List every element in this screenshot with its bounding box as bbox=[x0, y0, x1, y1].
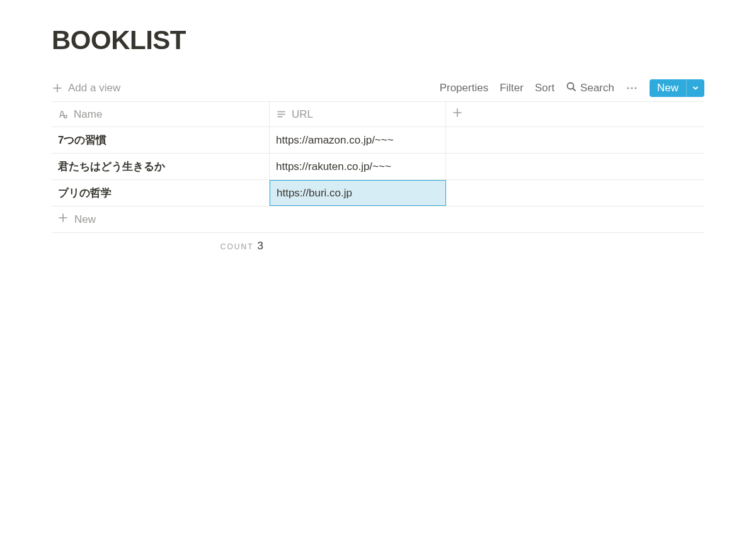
add-column-button[interactable] bbox=[446, 102, 704, 127]
count-value: 3 bbox=[258, 240, 263, 252]
properties-button[interactable]: Properties bbox=[440, 82, 488, 94]
database-table: Name URL 7つの習慣https://amazon.co.jp/~~~君た… bbox=[52, 102, 704, 259]
table-header: Name URL bbox=[52, 102, 704, 127]
table-row: 君たちはどう生きるかhttps://rakuten.co.jp/~~~ bbox=[52, 154, 704, 180]
search-label: Search bbox=[580, 82, 614, 94]
plus-icon bbox=[452, 108, 462, 121]
cell-empty[interactable] bbox=[446, 154, 704, 179]
search-icon bbox=[566, 81, 576, 95]
cell-name[interactable]: 君たちはどう生きるか bbox=[52, 154, 270, 179]
count-row: COUNT 3 bbox=[52, 233, 704, 259]
database-toolbar: Add a view Properties Filter Sort Search… bbox=[52, 74, 704, 102]
svg-point-3 bbox=[634, 87, 636, 89]
cell-name[interactable]: 7つの習慣 bbox=[52, 127, 270, 153]
dots-icon bbox=[626, 82, 638, 94]
text-prop-icon bbox=[276, 109, 287, 120]
new-dropdown-button[interactable] bbox=[686, 79, 704, 97]
add-view-label: Add a view bbox=[68, 82, 120, 94]
column-header-url[interactable]: URL bbox=[270, 102, 446, 127]
sort-button[interactable]: Sort bbox=[535, 82, 554, 94]
plus-icon bbox=[58, 213, 68, 226]
cell-empty[interactable] bbox=[446, 180, 704, 206]
svg-point-1 bbox=[627, 87, 629, 89]
add-view-button[interactable]: Add a view bbox=[52, 82, 120, 94]
new-row-button[interactable]: New bbox=[52, 206, 704, 233]
cell-url[interactable]: https://rakuten.co.jp/~~~ bbox=[270, 154, 446, 179]
cell-empty[interactable] bbox=[446, 127, 704, 153]
table-row: ブリの哲学https://buri.co.jp bbox=[52, 180, 704, 206]
table-row: 7つの習慣https://amazon.co.jp/~~~ bbox=[52, 127, 704, 154]
plus-icon bbox=[52, 82, 63, 94]
chevron-down-icon bbox=[692, 84, 699, 92]
column-header-url-label: URL bbox=[292, 108, 313, 121]
title-prop-icon bbox=[58, 109, 69, 120]
more-button[interactable] bbox=[626, 82, 638, 94]
cell-url[interactable]: https://amazon.co.jp/~~~ bbox=[270, 127, 446, 153]
filter-button[interactable]: Filter bbox=[500, 82, 524, 94]
count-label[interactable]: COUNT bbox=[220, 242, 254, 251]
svg-point-2 bbox=[631, 87, 633, 89]
search-button[interactable]: Search bbox=[566, 81, 614, 95]
column-header-name-label: Name bbox=[74, 108, 102, 121]
new-button[interactable]: New bbox=[650, 79, 686, 97]
cell-name[interactable]: ブリの哲学 bbox=[52, 180, 270, 206]
new-row-label: New bbox=[74, 213, 96, 226]
page-title[interactable]: BOOKLIST bbox=[52, 25, 704, 55]
cell-url-editing[interactable]: https://buri.co.jp bbox=[270, 180, 446, 206]
column-header-name[interactable]: Name bbox=[52, 102, 270, 127]
